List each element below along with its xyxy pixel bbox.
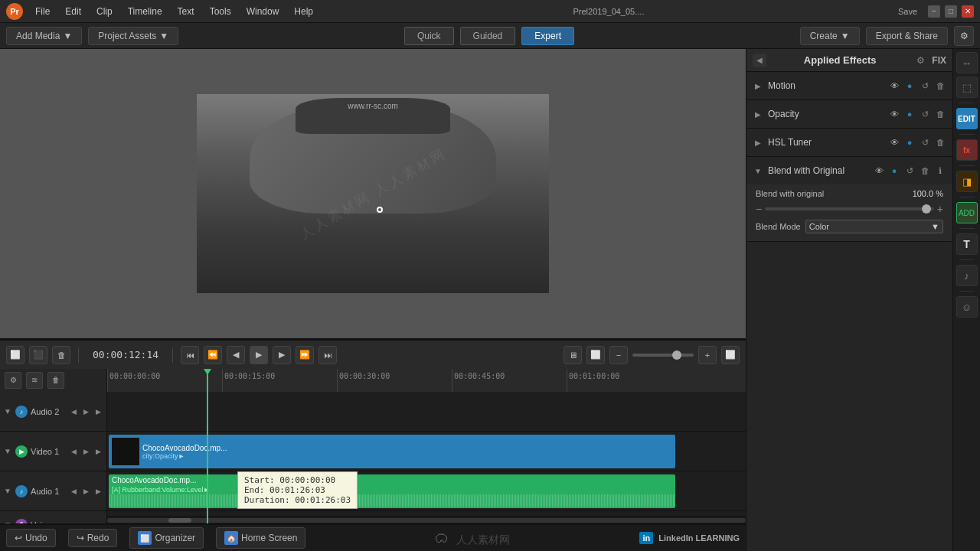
export-share-button[interactable]: Export & Share <box>866 27 948 45</box>
menu-text[interactable]: Text <box>172 5 201 18</box>
panel-collapse-button[interactable]: ◀ <box>753 54 766 67</box>
audio2-play-icon[interactable]: ▶ <box>80 406 91 417</box>
timeline-scrollbar[interactable] <box>107 516 746 523</box>
organizer-button[interactable]: ⬜ Organizer <box>129 527 204 549</box>
blend-plus-button[interactable]: + <box>937 203 943 215</box>
opacity-expand-icon[interactable]: ▶ <box>753 109 763 119</box>
menu-tools[interactable]: Tools <box>204 5 237 18</box>
step-forward-button[interactable]: ▶ <box>273 346 291 364</box>
step-back-button[interactable]: ◀ <box>227 346 245 364</box>
audio2-expand-icon[interactable]: ▼ <box>3 407 12 416</box>
blend-mode-select[interactable]: Color ▼ <box>805 220 943 233</box>
motion-blue-icon[interactable]: ● <box>903 80 916 92</box>
undo-button[interactable]: ↩ Undo <box>6 529 56 547</box>
menu-file[interactable]: File <box>29 5 56 18</box>
menu-timeline[interactable]: Timeline <box>122 5 168 18</box>
rt-effects-tool[interactable]: EDIT <box>956 108 978 129</box>
audio-clip[interactable]: ChocoAvocadoDoc.mp... [A] Rubberband:Vol… <box>109 474 675 508</box>
motion-visibility-icon[interactable]: 👁 <box>888 80 900 92</box>
motion-effect-header[interactable]: ▶ Motion 👁 ● ↺ 🗑 <box>746 72 952 99</box>
video1-expand-icon[interactable]: ▼ <box>3 447 12 456</box>
hsl-reset-icon[interactable]: ↺ <box>919 136 931 148</box>
blend-with-original-header[interactable]: ▼ Blend with Original 👁 ● ↺ 🗑 ℹ <box>746 157 952 184</box>
blend-info-icon[interactable]: ℹ <box>934 165 946 177</box>
opacity-visibility-icon[interactable]: 👁 <box>888 108 900 120</box>
rewind-button[interactable]: ⏪ <box>204 346 222 364</box>
full-screen-button[interactable]: ⬜ <box>721 346 740 364</box>
crop-button[interactable]: ⬛ <box>29 346 47 364</box>
rt-text-tool[interactable]: T <box>956 233 978 255</box>
rt-crop-tool[interactable]: ⬚ <box>956 77 978 98</box>
panel-settings-icon[interactable]: ⚙ <box>913 54 927 67</box>
minimize-button[interactable]: − <box>928 5 940 18</box>
menu-edit[interactable]: Edit <box>59 5 87 18</box>
rt-emoji-tool[interactable]: ☺ <box>956 296 978 318</box>
blend-visibility-icon[interactable]: 👁 <box>873 165 885 177</box>
opacity-reset-icon[interactable]: ↺ <box>919 108 931 120</box>
audio1-expand-icon[interactable]: ▼ <box>3 487 12 496</box>
blend-expand-icon[interactable]: ▼ <box>753 165 763 176</box>
video1-play-icon[interactable]: ▶ <box>80 446 91 457</box>
blend-minus-button[interactable]: − <box>756 203 762 215</box>
rt-color-tool[interactable]: ◨ <box>956 171 978 192</box>
opacity-blue-icon[interactable]: ● <box>903 108 916 120</box>
hsl-visibility-icon[interactable]: 👁 <box>888 136 900 148</box>
rt-music-tool[interactable]: ♪ <box>956 265 978 286</box>
video1-track-row[interactable]: ChocoAvocadoDoc.mp... city:Opacity► Star… <box>107 432 746 471</box>
maximize-button[interactable]: □ <box>945 5 957 18</box>
motion-reset-icon[interactable]: ↺ <box>919 80 931 92</box>
rt-fx-tool[interactable]: fx <box>956 139 978 161</box>
hsl-blue-icon[interactable]: ● <box>903 136 916 148</box>
monitor-button[interactable]: 🖥 <box>564 346 582 364</box>
blend-delete-icon[interactable]: 🗑 <box>919 165 931 177</box>
opacity-delete-icon[interactable]: 🗑 <box>934 108 946 120</box>
opacity-effect-header[interactable]: ▶ Opacity 👁 ● ↺ 🗑 <box>746 100 952 128</box>
video-clip[interactable]: ChocoAvocadoDoc.mp... city:Opacity► <box>109 435 675 468</box>
create-button[interactable]: Create ▼ <box>800 27 860 45</box>
clip-icon-button[interactable]: ⬜ <box>6 346 24 364</box>
skip-to-start-button[interactable]: ⏮ <box>181 346 199 364</box>
menu-window[interactable]: Window <box>240 5 286 18</box>
menu-help[interactable]: Help <box>288 5 319 18</box>
video1-prev-icon[interactable]: ◀ <box>68 446 79 457</box>
audio1-track-row[interactable]: ChocoAvocadoDoc.mp... [A] Rubberband:Vol… <box>107 471 746 511</box>
motion-expand-icon[interactable]: ▶ <box>753 80 763 91</box>
quick-mode-button[interactable]: Quick <box>404 27 454 45</box>
scrollbar-track[interactable] <box>107 518 746 523</box>
audio2-next-icon[interactable]: ▶ <box>93 406 103 417</box>
delete-button[interactable]: 🗑 <box>52 346 70 364</box>
blend-blue-dot-icon[interactable]: ● <box>888 165 900 177</box>
settings-icon[interactable]: ⚙ <box>954 26 974 46</box>
guided-mode-button[interactable]: Guided <box>460 27 516 45</box>
motion-delete-icon[interactable]: 🗑 <box>934 80 946 92</box>
fast-forward-button[interactable]: ⏩ <box>296 346 314 364</box>
rt-add-tool[interactable]: ADD <box>956 202 978 223</box>
project-assets-button[interactable]: Project Assets ▼ <box>88 27 178 45</box>
voice-expand-icon[interactable]: ▼ <box>3 520 12 524</box>
audio1-prev-icon[interactable]: ◀ <box>68 486 79 497</box>
skip-to-end-button[interactable]: ⏭ <box>318 346 337 364</box>
timeline-settings-icon[interactable]: ⚙ <box>5 372 21 389</box>
home-screen-button[interactable]: 🏠 Home Screen <box>216 527 305 549</box>
scrollbar-thumb[interactable] <box>168 518 191 523</box>
hsl-tuner-effect-header[interactable]: ▶ HSL Tuner 👁 ● ↺ 🗑 <box>746 129 952 156</box>
audio1-next-icon[interactable]: ▶ <box>93 486 103 497</box>
blend-slider[interactable] <box>765 207 934 210</box>
close-button[interactable]: ✕ <box>962 5 974 18</box>
timeline-trash-icon[interactable]: 🗑 <box>47 372 64 389</box>
zoom-out-button[interactable]: − <box>609 346 628 364</box>
blend-reset-icon[interactable]: ↺ <box>903 165 916 177</box>
hsl-delete-icon[interactable]: 🗑 <box>934 136 946 148</box>
play-button[interactable]: ▶ <box>250 346 268 364</box>
panel-fix-label[interactable]: FIX <box>932 55 946 66</box>
redo-button[interactable]: ↪ Redo <box>68 529 118 547</box>
volume-thumb[interactable] <box>672 350 681 360</box>
blend-slider-thumb[interactable] <box>922 204 931 214</box>
add-media-button[interactable]: Add Media ▼ <box>6 27 82 45</box>
rt-move-tool[interactable]: ↔ <box>956 52 978 73</box>
hsl-expand-icon[interactable]: ▶ <box>753 137 763 148</box>
volume-slider[interactable] <box>632 354 694 357</box>
timeline-waveform-icon[interactable]: ≋ <box>26 372 43 389</box>
save-button[interactable]: Save <box>898 7 917 16</box>
safe-zone-button[interactable]: ⬜ <box>586 346 605 364</box>
